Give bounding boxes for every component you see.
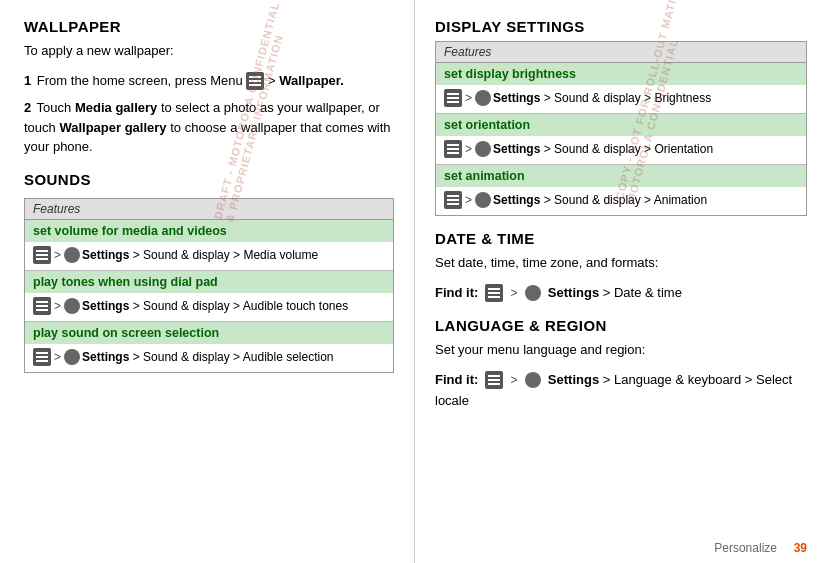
sounds-title: SOUNDS xyxy=(24,171,394,188)
settings-icon-s3 xyxy=(64,349,80,365)
menu-icon-s3 xyxy=(33,348,51,366)
display-feature-name-3: set animation xyxy=(436,165,806,187)
wallpaper-step-2: 2 Touch Media gallery to select a photo … xyxy=(24,98,394,157)
display-row-1: set display brightness > Settings > Soun… xyxy=(436,63,806,114)
page: WALLPAPER To apply a new wallpaper: 1 Fr… xyxy=(0,0,827,563)
datetime-find-it: Find it: > Settings > Date & time xyxy=(435,283,807,304)
wallpaper-title: WALLPAPER xyxy=(24,18,394,35)
footer-label: Personalize xyxy=(714,541,777,555)
display-feature-path-1: > Settings > Sound & display > Brightnes… xyxy=(436,85,806,113)
menu-icon-d3 xyxy=(444,191,462,209)
settings-icon-s2 xyxy=(64,298,80,314)
sounds-row-2: play tones when using dial pad > Setting… xyxy=(25,271,393,322)
sounds-row-1: set volume for media and videos > Settin… xyxy=(25,220,393,271)
display-features-header: Features xyxy=(436,42,806,63)
display-feature-name-2: set orientation xyxy=(436,114,806,136)
page-footer: Personalize 39 xyxy=(714,541,807,555)
step-number-2: 2 xyxy=(24,100,31,115)
wallpaper-section: WALLPAPER To apply a new wallpaper: 1 Fr… xyxy=(24,18,394,157)
settings-icon-lang xyxy=(525,372,541,388)
settings-icon-d3 xyxy=(475,192,491,208)
datetime-intro: Set date, time, time zone, and formats: xyxy=(435,253,807,273)
display-row-2: set orientation > Settings > Sound & dis… xyxy=(436,114,806,165)
step-number-1: 1 xyxy=(24,73,31,88)
menu-icon xyxy=(246,72,264,90)
display-feature-name-1: set display brightness xyxy=(436,63,806,85)
sounds-feature-name-2: play tones when using dial pad xyxy=(25,271,393,293)
settings-icon-s1 xyxy=(64,247,80,263)
menu-icon-lang xyxy=(485,371,503,389)
menu-icon-s2 xyxy=(33,297,51,315)
wallpaper-intro: To apply a new wallpaper: xyxy=(24,41,394,61)
display-row-3: set animation > Settings > Sound & displ… xyxy=(436,165,806,215)
menu-icon-d2 xyxy=(444,140,462,158)
display-title: DISPLAY SETTINGS xyxy=(435,18,807,35)
display-section: DISPLAY SETTINGS Features set display br… xyxy=(435,18,807,216)
left-column: WALLPAPER To apply a new wallpaper: 1 Fr… xyxy=(0,0,415,563)
display-feature-path-2: > Settings > Sound & display > Orientati… xyxy=(436,136,806,164)
settings-icon-dt xyxy=(525,285,541,301)
sounds-section: SOUNDS Features set volume for media and… xyxy=(24,171,394,373)
sounds-features-table: Features set volume for media and videos… xyxy=(24,198,394,373)
sounds-feature-name-1: set volume for media and videos xyxy=(25,220,393,242)
sounds-row-3: play sound on screen selection > Setting… xyxy=(25,322,393,372)
right-column: DISPLAY SETTINGS Features set display br… xyxy=(415,0,827,563)
sounds-feature-name-3: play sound on screen selection xyxy=(25,322,393,344)
menu-icon-s1 xyxy=(33,246,51,264)
datetime-title: DATE & TIME xyxy=(435,230,807,247)
wallpaper-step-1: 1 From the home screen, press Menu > Wal… xyxy=(24,71,394,91)
menu-icon-dt xyxy=(485,284,503,302)
language-section: LANGUAGE & REGION Set your menu language… xyxy=(435,317,807,411)
display-features-table: Features set display brightness > Settin… xyxy=(435,41,807,216)
menu-icon-d1 xyxy=(444,89,462,107)
sounds-feature-path-2: > Settings > Sound & display > Audible t… xyxy=(25,293,393,321)
sounds-feature-path-1: > Settings > Sound & display > Media vol… xyxy=(25,242,393,270)
language-intro: Set your menu language and region: xyxy=(435,340,807,360)
sounds-features-header: Features xyxy=(25,199,393,220)
sounds-feature-path-3: > Settings > Sound & display > Audible s… xyxy=(25,344,393,372)
page-number: 39 xyxy=(794,541,807,555)
display-feature-path-3: > Settings > Sound & display > Animation xyxy=(436,187,806,215)
settings-icon-d2 xyxy=(475,141,491,157)
datetime-section: DATE & TIME Set date, time, time zone, a… xyxy=(435,230,807,303)
language-find-it: Find it: > Settings > Language & keyboar… xyxy=(435,370,807,412)
settings-icon-d1 xyxy=(475,90,491,106)
language-title: LANGUAGE & REGION xyxy=(435,317,807,334)
